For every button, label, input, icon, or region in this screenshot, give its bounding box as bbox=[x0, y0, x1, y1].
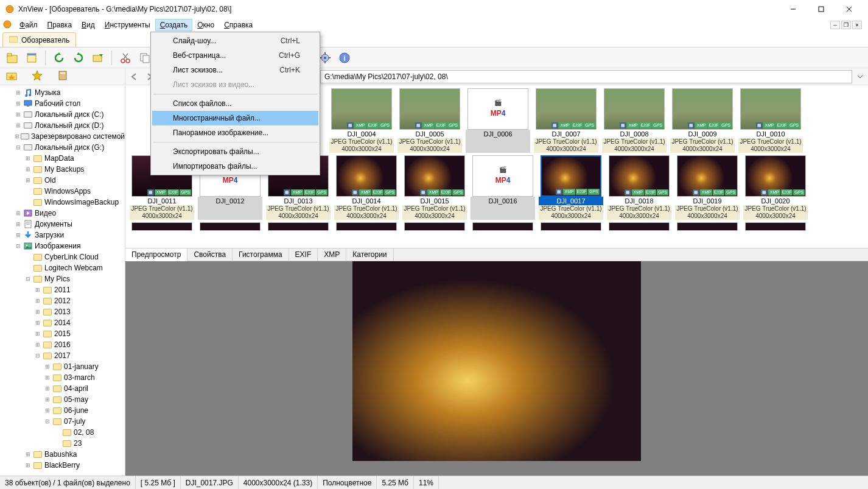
tree-item[interactable]: ⊟Изображения bbox=[0, 241, 125, 252]
tree-item[interactable]: ⊞06-june bbox=[0, 405, 125, 416]
tree-expand-icon[interactable]: ⊞ bbox=[15, 133, 19, 139]
tree-expand-icon[interactable]: ⊞ bbox=[24, 451, 32, 457]
tree-item[interactable]: 02, 08 bbox=[0, 427, 125, 438]
thumbnail-item[interactable] bbox=[674, 222, 740, 231]
tree-item[interactable]: ⊞2011 bbox=[0, 284, 125, 295]
thumbnail-item[interactable]: ▦XMPEXIFGPSDJI_0014JPEG TrueColor (v1.1)… bbox=[334, 155, 399, 220]
tab-browser[interactable]: Обозреватель bbox=[2, 32, 76, 47]
tree-item[interactable]: ⊞Музыка bbox=[0, 87, 125, 98]
tree-expand-icon[interactable]: ⊟ bbox=[24, 276, 32, 282]
thumbnail-item[interactable] bbox=[197, 222, 263, 231]
preview-pane[interactable] bbox=[125, 261, 868, 476]
menu-item[interactable]: Веб-страница...Ctrl+G bbox=[152, 48, 318, 63]
tree-expand-icon[interactable]: ⊟ bbox=[15, 144, 22, 150]
tree-item[interactable]: ⊞Видео bbox=[0, 208, 125, 219]
tree-item[interactable]: WindowsApps bbox=[0, 186, 125, 197]
tree-expand-icon[interactable]: ⊞ bbox=[34, 342, 41, 348]
preview-tab-0[interactable]: Предпросмотр bbox=[125, 248, 187, 261]
preview-tab-3[interactable]: EXIF bbox=[289, 248, 318, 261]
thumbnail-item[interactable] bbox=[538, 222, 604, 231]
tree-expand-icon[interactable]: ⊞ bbox=[24, 462, 32, 468]
tree-item[interactable]: 23 bbox=[0, 438, 125, 449]
thumbnail-item[interactable] bbox=[265, 222, 331, 231]
tree-expand-icon[interactable]: ⊞ bbox=[24, 166, 32, 172]
mdi-close-button[interactable]: × bbox=[852, 21, 862, 29]
tree-expand-icon[interactable]: ⊞ bbox=[34, 298, 41, 304]
categories-icon[interactable] bbox=[57, 71, 68, 82]
thumbnail-item[interactable] bbox=[334, 222, 399, 231]
tree-item[interactable]: ⊞Локальный диск (D:) bbox=[0, 120, 125, 131]
tree-item[interactable]: ⊟2017 bbox=[0, 350, 125, 361]
tree-item[interactable]: ⊞Old bbox=[0, 175, 125, 186]
fullscreen-button[interactable] bbox=[23, 49, 40, 66]
menu-файл[interactable]: Файл bbox=[15, 19, 43, 31]
menu-правка[interactable]: Правка bbox=[43, 19, 77, 31]
menu-item[interactable]: Импортировать файлы... bbox=[152, 159, 318, 174]
menu-item[interactable]: Лист эскизов...Ctrl+K bbox=[152, 63, 318, 77]
menu-item[interactable]: Слайд-шоу...Ctrl+L bbox=[152, 33, 318, 48]
info-button[interactable]: i bbox=[336, 49, 353, 66]
tree-expand-icon[interactable]: ⊟ bbox=[34, 353, 41, 359]
tree-expand-icon[interactable]: ⊞ bbox=[15, 122, 22, 128]
tree-expand-icon[interactable]: ⊞ bbox=[44, 407, 51, 413]
favorites-star-icon[interactable] bbox=[32, 70, 43, 83]
tree-expand-icon[interactable]: ⊞ bbox=[24, 177, 32, 183]
thumbnail-item[interactable]: ▦XMPEXIFGPSDJI_0020JPEG TrueColor (v1.1)… bbox=[743, 155, 808, 220]
menu-окно[interactable]: Окно bbox=[192, 19, 219, 31]
thumbnail-item[interactable] bbox=[129, 222, 195, 231]
tree-expand-icon[interactable]: ⊞ bbox=[15, 232, 22, 238]
tree-item[interactable]: ⊞Babushka bbox=[0, 449, 125, 460]
tree-item[interactable]: ⊞03-march bbox=[0, 372, 125, 383]
window-close-button[interactable] bbox=[835, 0, 863, 18]
tree-item[interactable]: Logitech Webcam bbox=[0, 262, 125, 273]
tree-item[interactable]: ⊞Рабочий стол bbox=[0, 98, 125, 109]
thumbnail-item[interactable] bbox=[470, 222, 536, 231]
path-input[interactable]: G:\media\My Pics\2017\07-july\02, 08\ bbox=[320, 70, 852, 83]
thumbnail-item[interactable]: ▦XMPEXIFGPSDJI_0004JPEG TrueColor (v1.1)… bbox=[329, 88, 394, 153]
tree-item[interactable]: ⊞01-january bbox=[0, 361, 125, 372]
nav-back-button[interactable] bbox=[128, 70, 141, 83]
menu-item[interactable]: Многостраничный файл... bbox=[152, 111, 318, 125]
preview-tab-4[interactable]: XMP bbox=[318, 248, 346, 261]
thumbnail-item[interactable]: ▦XMPEXIFGPSDJI_0005JPEG TrueColor (v1.1)… bbox=[397, 88, 463, 153]
thumbnail-item[interactable]: ▦XMPEXIFGPSDJI_0009JPEG TrueColor (v1.1)… bbox=[670, 88, 735, 153]
tree-expand-icon[interactable]: ⊞ bbox=[44, 385, 51, 392]
thumbnail-item[interactable]: 🎬MP4DJI_0016 bbox=[470, 155, 536, 220]
tree-item[interactable]: ⊟Локальный диск (G:) bbox=[0, 142, 125, 153]
cut-button[interactable] bbox=[117, 49, 134, 66]
tree-item[interactable]: ⊞2013 bbox=[0, 306, 125, 317]
tree-expand-icon[interactable]: ⊞ bbox=[34, 320, 41, 326]
mdi-minimize-button[interactable]: – bbox=[830, 21, 840, 29]
folder-tree[interactable]: ⊞Музыка⊞Рабочий стол⊞Локальный диск (C:)… bbox=[0, 86, 125, 476]
tree-item[interactable]: ⊞2015 bbox=[0, 328, 125, 339]
tree-item[interactable]: ⊞2012 bbox=[0, 295, 125, 306]
tree-item[interactable]: ⊞Локальный диск (C:) bbox=[0, 109, 125, 120]
thumbnail-item[interactable]: ▦XMPEXIFGPSDJI_0018JPEG TrueColor (v1.1)… bbox=[606, 155, 672, 220]
menu-item[interactable]: Экспортировать файлы... bbox=[152, 144, 318, 159]
thumbnail-item[interactable] bbox=[606, 222, 672, 231]
tree-item[interactable]: ⊞Документы bbox=[0, 219, 125, 230]
tree-expand-icon[interactable]: ⊞ bbox=[15, 100, 22, 107]
path-dropdown-button[interactable] bbox=[855, 74, 866, 80]
favorites-folder-icon[interactable] bbox=[6, 71, 17, 82]
tree-item[interactable]: ⊟My Pics bbox=[0, 273, 125, 284]
tree-item[interactable]: ⊞2014 bbox=[0, 317, 125, 328]
tree-expand-icon[interactable]: ⊞ bbox=[44, 364, 51, 370]
tree-expand-icon[interactable]: ⊞ bbox=[15, 210, 22, 216]
rotate-right-button[interactable] bbox=[70, 49, 87, 66]
tree-expand-icon[interactable]: ⊞ bbox=[15, 90, 22, 96]
menu-item[interactable]: Список файлов... bbox=[152, 96, 318, 111]
convert-button[interactable] bbox=[89, 49, 107, 66]
menu-создать[interactable]: Создать bbox=[155, 19, 193, 31]
tree-expand-icon[interactable]: ⊞ bbox=[34, 309, 41, 315]
tree-item[interactable]: ⊞Зарезервировано системой bbox=[0, 131, 125, 142]
tree-expand-icon[interactable]: ⊞ bbox=[15, 221, 22, 227]
window-minimize-button[interactable] bbox=[779, 0, 807, 18]
open-button[interactable] bbox=[4, 49, 21, 66]
thumbnail-item[interactable]: ▦XMPEXIFGPSDJI_0008JPEG TrueColor (v1.1)… bbox=[601, 88, 667, 153]
thumbnail-item[interactable]: ▦XMPEXIFGPSDJI_0019JPEG TrueColor (v1.1)… bbox=[674, 155, 740, 220]
preview-tab-1[interactable]: Свойства bbox=[187, 248, 233, 261]
thumbnail-item[interactable]: ▦XMPEXIFGPSDJI_0010JPEG TrueColor (v1.1)… bbox=[738, 88, 803, 153]
menu-инструменты[interactable]: Инструменты bbox=[100, 19, 155, 31]
menu-справка[interactable]: Справка bbox=[219, 19, 257, 31]
